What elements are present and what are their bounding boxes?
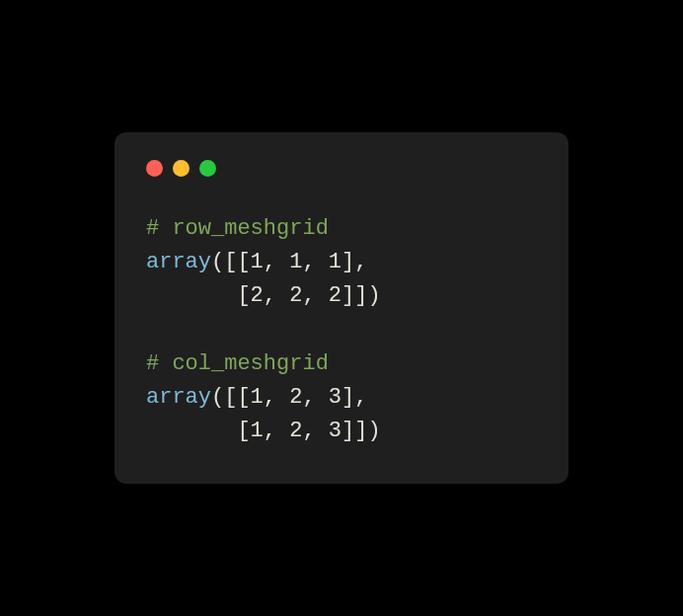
maximize-icon[interactable] [199,160,216,177]
close-icon[interactable] [146,160,163,177]
blank-line [146,314,537,347]
code-block: # row_meshgrid array([[1, 1, 1], [2, 2, … [146,212,537,448]
code-indent [146,283,237,308]
minimize-icon[interactable] [173,160,190,177]
func-name: array [146,385,211,410]
code-indent [146,419,237,443]
code-text: [1, 2, 3]]) [237,419,380,443]
code-text: [2, 2, 2]]) [237,283,380,308]
code-text: ([[1, 1, 1], [211,250,367,274]
code-window: # row_meshgrid array([[1, 1, 1], [2, 2, … [114,132,569,484]
titlebar [146,160,537,177]
func-name: array [146,250,211,274]
comment-line: # col_meshgrid [146,351,329,376]
comment-line: # row_meshgrid [146,216,329,241]
code-text: ([[1, 2, 3], [211,385,367,410]
